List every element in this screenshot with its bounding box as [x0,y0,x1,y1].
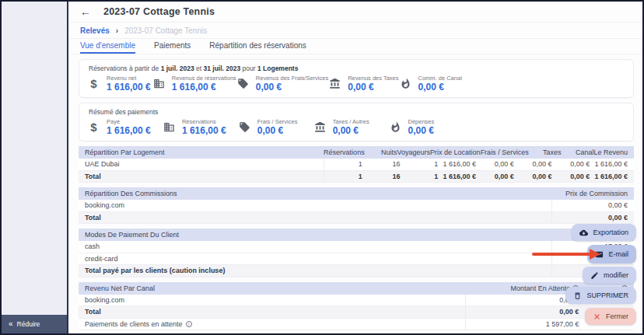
tab-paiements[interactable]: Paiements [154,39,191,54]
stat-revenus-reservations: Revenus de réservations1 616,00 € [152,75,236,92]
table-title: Modes De Paiement Du Client [85,231,551,239]
tab-bar: Vue d'ensemble Paiements Répartition des… [70,39,642,54]
sidebar-collapse-label: Réduire [17,320,40,328]
table-total-row: Total payé par les clients (caution incl… [79,265,634,277]
bank-icon [328,77,341,90]
double-chevron-left-icon: « [9,320,13,328]
stat-paye: $ Payé1 616,00 € [87,118,163,136]
chevron-right-icon: › [116,26,118,35]
lodging-table-header: Répartition Par Logement Réservations Nu… [79,146,634,159]
main-panel: ← 2023-07 Cottage Tennis Relevés › 2023-… [70,2,642,333]
left-sidebar: « Réduire [2,2,68,333]
stat-comm-canal: Comm. de Canal0,00 € [399,75,464,92]
supprimer-button[interactable]: SUPPRIMER [565,287,636,304]
flame-icon [389,120,402,134]
end-date: 31 juil. 2023 [203,65,240,72]
revenue-stats-row: $ Revenu net1 616,00 € Revenus de réserv… [87,75,464,92]
info-icon[interactable]: i [186,321,192,327]
table-row: booking.com 0,00 € [79,200,634,212]
payment-modes-table-header: Modes De Paiement Du Client [79,229,634,241]
table-row: UAE Dubai 1 16 1 1 616,00 € 0,00 € 0,00 … [79,159,634,171]
pencil-icon [590,271,599,280]
dollar-icon: $ [87,77,100,90]
revenue-summary-card: Réservations à partir de 1 juil. 2023 et… [79,59,634,98]
breadcrumb-current: 2023-07 Cottage Tennis [124,26,207,35]
table-row: booking.com 0,00 € [79,295,634,307]
building-icon [152,77,166,90]
tag-icon [238,120,251,134]
breadcrumb-releves-link[interactable]: Relevés [80,26,110,35]
tag-icon [236,77,250,90]
stat-taxes-autres: Taxes / Autres0,00 € [313,118,389,136]
lodging-table: Répartition Par Logement Réservations Nu… [79,146,634,183]
payments-summary-card: Résumé des paiements $ Payé1 616,00 € Ré… [79,103,634,141]
content-area: Réservations à partir de 1 juil. 2023 et… [70,54,642,330]
stat-revenus-frais-services: Revenus des Frais/Services0,00 € [236,75,328,92]
lodging-count: 1 Logements [257,65,298,72]
net-by-channel-table: Revenu Net Par Canal Montant En Attente … [79,282,634,331]
exportation-button[interactable]: Exportation [572,224,636,241]
commissions-table-header: Répartition Des Commissions Prix de Comm… [79,187,634,200]
back-arrow-icon[interactable]: ← [80,6,91,17]
start-date: 1 juil. 2023 [161,65,194,72]
cloud-download-icon [579,229,588,237]
payments-summary-title: Résumé des paiements [89,108,625,116]
modifier-button[interactable]: modifier [583,267,636,284]
table-total-row: Total 0,00 € [79,212,634,225]
stat-reservations: Réservations1 616,00 € [163,118,238,136]
close-icon [593,312,601,321]
period-summary: Réservations à partir de 1 juil. 2023 et… [89,65,625,72]
stat-revenu-net: $ Revenu net1 616,00 € [87,75,152,92]
stat-frais-services: Frais / Services0,00 € [238,118,313,136]
building-icon [163,120,176,134]
flame-icon [399,77,412,90]
table-total-row: Total 1 16 1 1 616,00 € 0,00 € 0,00 € 0,… [79,171,634,183]
stat-depenses: Dépenses0,00 € [389,118,464,136]
table-row: Paiements de clients en attente i 1 597,… [79,319,634,331]
stat-revenus-taxes: Revenus des Taxes0,00 € [328,75,398,92]
tab-repartition-reservations[interactable]: Répartition des réservations [209,39,306,54]
annotation-arrow [532,249,602,260]
table-title: Répartition Des Commissions [85,190,551,197]
tab-vue-densemble[interactable]: Vue d'ensemble [80,39,135,54]
commissions-table: Répartition Des Commissions Prix de Comm… [79,187,634,224]
dollar-icon: $ [87,120,100,134]
table-title: Revenu Net Par Canal [85,284,465,292]
page-title: 2023-07 Cottage Tennis [103,6,215,17]
breadcrumb: Relevés › 2023-07 Cottage Tennis [70,23,642,39]
sidebar-collapse-button[interactable]: « Réduire [2,315,67,333]
net-by-channel-table-header: Revenu Net Par Canal Montant En Attente … [79,282,634,295]
fermer-button[interactable]: Fermer [585,308,636,325]
page-header: ← 2023-07 Cottage Tennis [70,2,642,23]
table-total-row: Total 0,00 € [79,306,634,319]
bank-icon [313,120,327,134]
trash-icon [573,291,582,300]
table-title: Répartition Par Logement [85,148,324,156]
payments-stats-row: $ Payé1 616,00 € Réservations1 616,00 € … [87,118,464,136]
app-window: « Réduire ← 2023-07 Cottage Tennis Relev… [0,0,644,335]
